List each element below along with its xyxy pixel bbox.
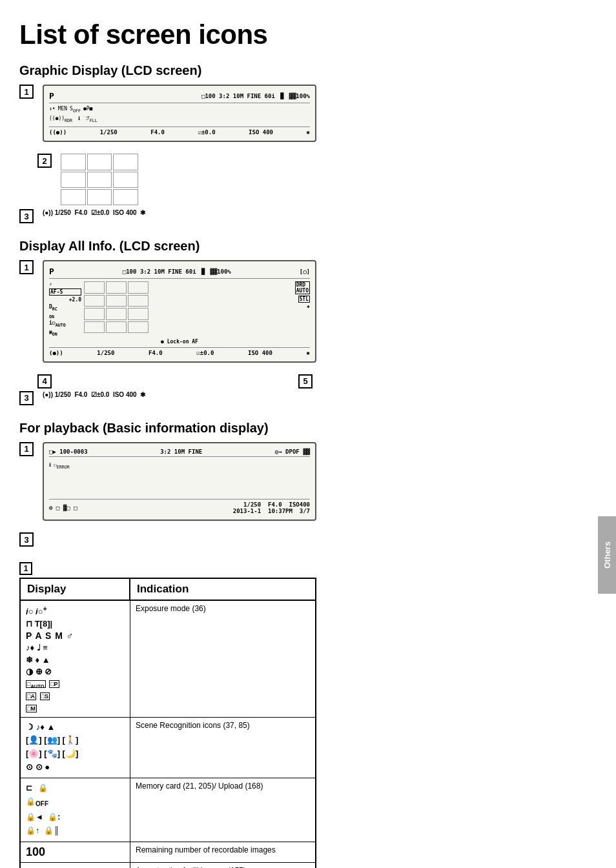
td-remaining-text: Remaining number of recordable images bbox=[130, 842, 315, 862]
card2: 🔒 bbox=[38, 783, 48, 792]
bottom-shutter-row: (●)) 1/250 F4.0 ☑±0.0 ISO 400 ✱ bbox=[43, 209, 145, 223]
gc bbox=[128, 281, 149, 294]
exposure-icon-group: i○ i○+ ⊓ T[8]| P A S M ♂ ♪♦ ♩ ≡ ❄ ♦ ▲ ◑ … bbox=[26, 604, 125, 714]
middle-area-1 bbox=[61, 154, 316, 205]
num3b-row: 3 (●)) 1/250 F4.0 ☑±0.0 ISO 400 ✱ bbox=[19, 391, 316, 405]
td-exposure-text: Exposure mode (36) bbox=[130, 601, 315, 717]
section-playback: For playback (Basic information display)… bbox=[19, 421, 316, 547]
pb-icons-row: ⊙ □ ▓□ □ bbox=[49, 505, 77, 511]
table-row-aspect: 3:2 16:9 Aspect ratio of still images (1… bbox=[21, 863, 315, 868]
pb-middle-area bbox=[49, 473, 310, 499]
section2-title: Display All Info. (LCD screen) bbox=[19, 239, 316, 254]
table-row-memory: ⊏ 🔒 🔒OFF 🔒◄ 🔒: 🔒↑ 🔒║ Memory card (21, 20… bbox=[21, 778, 315, 842]
grid-cell bbox=[113, 172, 138, 188]
gc bbox=[84, 321, 105, 334]
soff-label: SOFF bbox=[70, 106, 81, 114]
pb-bottom-right: 1/250 F4.0 ISO400 2013-1-1 10:37PM 3/7 bbox=[233, 501, 310, 514]
card-off: 🔒OFF bbox=[26, 797, 48, 806]
aperture: F4.0 bbox=[150, 129, 165, 136]
bulb3: ● bbox=[45, 762, 50, 772]
card-left: 🔒◄ bbox=[26, 812, 43, 822]
moon-icon: ☽ bbox=[26, 722, 34, 732]
td-exposure-icons: i○ i○+ ⊓ T[8]| P A S M ♂ ♪♦ ♩ ≡ ❄ ♦ ▲ ◑ … bbox=[21, 601, 130, 717]
shutter-speed: 1/250 bbox=[100, 129, 118, 136]
graphic-display-wrapper: 1 P □100 3:2 10M FINE 60i ▐▌ ▓▓100% ↕• M… bbox=[19, 85, 316, 142]
playback-wrapper: 1 □▶ 100-0003 3:2 10M FINE ◎→ DPOF ▓▓ ℹ … bbox=[19, 442, 316, 521]
mcn: ▣ON bbox=[49, 329, 81, 337]
grid-cell bbox=[61, 154, 86, 170]
ev: ☑±0.0 bbox=[198, 129, 215, 136]
arrow-icon: ↕• bbox=[49, 106, 56, 114]
section-all-info: Display All Info. (LCD screen) 1 P □100 … bbox=[19, 239, 316, 405]
table-header: Display Indication bbox=[21, 579, 315, 601]
num-badge-1c: 1 bbox=[19, 442, 37, 456]
all-info-wrapper: 1 P □100 3:2 10M FINE 60i ▐▌ ▓▓100% [○] … bbox=[19, 260, 316, 362]
memory-card-text: Memory card (21, 205)/ Upload (168) bbox=[136, 782, 263, 791]
playback-screen: □▶ 100-0003 3:2 10M FINE ◎→ DPOF ▓▓ ℹ ☐E… bbox=[43, 442, 316, 521]
s2-shoot: (●)) bbox=[49, 350, 63, 356]
pb-dpof: ◎→ DPOF ▓▓ bbox=[275, 449, 310, 455]
scene-recognition-text: Scene Recognition icons (37, 85) bbox=[136, 721, 250, 730]
top-info2: □100 3:2 10M FINE 60i ▐▌ ▓▓100% bbox=[123, 268, 231, 275]
music-icons: ♪♦ ♩ ≡ bbox=[26, 643, 48, 652]
box-m: □M bbox=[26, 705, 37, 712]
flash-icon: ⚡ bbox=[49, 281, 81, 287]
card-colon: 🔒: bbox=[48, 812, 60, 822]
zoom-icon: ⌖ bbox=[307, 304, 310, 310]
gc bbox=[84, 281, 105, 294]
card-bar: 🔒║ bbox=[44, 826, 59, 835]
drd-auto: DRDAUTO bbox=[295, 281, 310, 294]
pb-error: ☐ERROR bbox=[54, 462, 70, 470]
io-auto: i○AUTO bbox=[49, 320, 81, 328]
weather-icons: ❄ ♦ ▲ bbox=[26, 655, 50, 665]
left-column: Graphic Display (LCD screen) 1 P □100 3:… bbox=[19, 63, 329, 562]
box-p: □P bbox=[49, 680, 59, 688]
t-bracket: T[8]| bbox=[35, 619, 52, 629]
grid-cell bbox=[61, 189, 86, 205]
th-display: Display bbox=[21, 579, 130, 600]
gc bbox=[106, 308, 127, 320]
mode-p: P bbox=[49, 91, 54, 101]
table-row-remaining: 100 Remaining number of recordable image… bbox=[21, 842, 315, 863]
num-badge-1b: 1 bbox=[19, 260, 37, 274]
mode-p2: P bbox=[49, 267, 54, 276]
right-labels: DRDAUTO STL ⌖ bbox=[295, 281, 310, 336]
table-row-exposure: i○ i○+ ⊓ T[8]| P A S M ♂ ♪♦ ♩ ≡ ❄ ♦ ▲ ◑ … bbox=[21, 601, 315, 718]
gc bbox=[84, 295, 105, 307]
all-info-screen: P □100 3:2 10M FINE 60i ▐▌ ▓▓100% [○] ⚡ … bbox=[43, 260, 316, 362]
lock-on-af: ● Lock-on AF bbox=[49, 339, 310, 345]
pb-info: ℹ bbox=[49, 462, 51, 470]
top-info: □100 3:2 10M FINE 60i ▐▌ ▓▓100% bbox=[201, 93, 310, 99]
screen-frame-1: P □100 3:2 10M FINE 60i ▐▌ ▓▓100% ↕• MEN… bbox=[43, 85, 316, 142]
std-box: STL bbox=[298, 296, 310, 303]
center-grid-cells bbox=[84, 281, 149, 333]
playback-screen-container: □▶ 100-0003 3:2 10M FINE ◎→ DPOF ▓▓ ℹ ☐E… bbox=[43, 442, 316, 521]
pb-bottom-bar: ⊙ □ ▓□ □ 1/250 F4.0 ISO400 2013-1-1 10:3… bbox=[49, 499, 310, 514]
box-s: □S bbox=[40, 692, 50, 700]
rect-icon: ⊓ bbox=[26, 619, 32, 629]
grid-cell bbox=[113, 189, 138, 205]
grid-cell bbox=[87, 172, 112, 188]
num45-row: 4 5 bbox=[37, 374, 316, 389]
menu-label: MEN bbox=[58, 106, 67, 114]
td-scene-text: Scene Recognition icons (37, 85) bbox=[130, 718, 315, 778]
icons-table: Display Indication i○ i○+ ⊓ T[8]| P A S … bbox=[19, 578, 316, 868]
pasm: P A S M ♂ bbox=[26, 631, 74, 641]
pb-bottom-left: ⊙ □ ▓□ □ bbox=[49, 501, 77, 514]
memory-icon-group: ⊏ 🔒 🔒OFF 🔒◄ 🔒: 🔒↑ 🔒║ bbox=[26, 782, 125, 838]
section1-title: Graphic Display (LCD screen) bbox=[19, 63, 316, 78]
screen2-top: P □100 3:2 10M FINE 60i ▐▌ ▓▓100% [○] bbox=[49, 267, 310, 279]
td-memory-text: Memory card (21, 205)/ Upload (168) bbox=[130, 778, 315, 842]
screen-bottom-bar: ((●)) 1/250 F4.0 ☑±0.0 ISO 400 ✱ bbox=[49, 126, 310, 136]
pb-row2: ℹ ☐ERROR bbox=[49, 462, 310, 470]
face1: [👤] bbox=[26, 735, 42, 745]
gc bbox=[128, 308, 149, 320]
s2-star: ✱ bbox=[307, 350, 310, 356]
gc bbox=[128, 321, 149, 334]
face2: [👥] bbox=[44, 735, 60, 745]
ev-display: +2.0 bbox=[49, 297, 81, 303]
screen-frame-2: P □100 3:2 10M FINE 60i ▐▌ ▓▓100% [○] ⚡ … bbox=[43, 260, 316, 362]
num3-row: 3 (●)) 1/250 F4.0 ☑±0.0 ISO 400 ✱ bbox=[19, 209, 316, 223]
s2-iso: ISO 400 bbox=[248, 350, 272, 356]
cam2: ○ bbox=[38, 607, 43, 616]
